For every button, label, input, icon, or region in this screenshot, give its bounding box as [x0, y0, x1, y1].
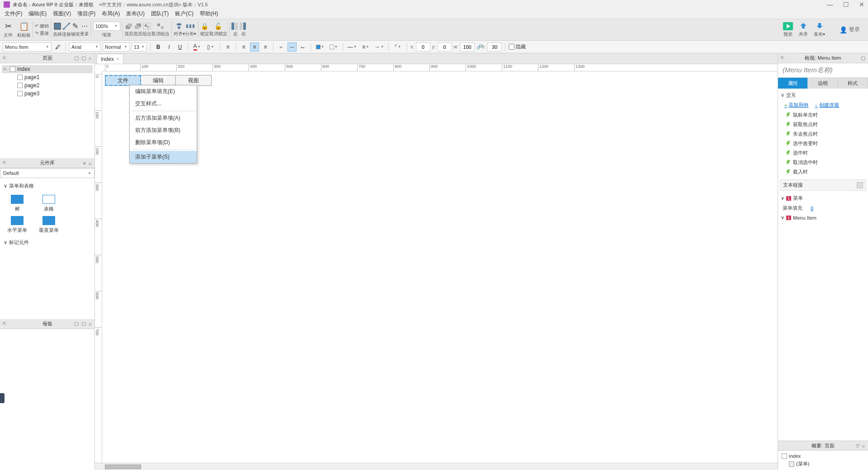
page-tree-item[interactable]: page2	[2, 81, 93, 89]
event-onfocus[interactable]: 获取焦点时	[780, 120, 866, 129]
pin-icon[interactable]: ⇱	[3, 321, 6, 326]
ctx-add-before[interactable]: 前方添加菜单项(B)	[130, 124, 197, 136]
ctx-delete-item[interactable]: 删除菜单项(D)	[130, 136, 197, 149]
outline-page[interactable]: index	[780, 452, 866, 460]
add-folder-icon[interactable]: ▢	[81, 55, 86, 61]
pin-icon[interactable]: ⇱	[3, 160, 6, 165]
menu-view[interactable]: 视图(V)	[50, 9, 74, 19]
add-case-link[interactable]: +添加用例	[784, 102, 808, 108]
text-color-button[interactable]: A▼	[191, 42, 203, 52]
search-icon[interactable]: ⌕	[862, 443, 865, 449]
ribbon-select-tool[interactable]: 选择	[53, 22, 62, 38]
underline-button[interactable]: U	[175, 42, 184, 52]
font-size-select[interactable]: 13▼	[132, 42, 147, 52]
event-onselectedchange[interactable]: 选中改变时	[780, 139, 866, 148]
menu-widget[interactable]: 文件 编辑 视图	[105, 75, 212, 86]
ribbon-ungroup[interactable]: 取消组合	[151, 23, 170, 37]
tab-style[interactable]: 样式	[838, 78, 868, 89]
search-icon[interactable]: ⌕	[89, 321, 92, 327]
line-width-button[interactable]: —▼	[346, 42, 358, 52]
widget-category[interactable]: ∨标记元件	[4, 237, 91, 248]
ribbon-align[interactable]: 对齐▾	[174, 23, 185, 37]
tab-notes[interactable]: 说明	[808, 78, 838, 89]
font-weight-select[interactable]: Normal▼	[103, 42, 130, 52]
search-icon[interactable]: ⌕	[89, 55, 92, 61]
menu-publish[interactable]: 发布(U)	[123, 9, 147, 19]
menu-section[interactable]: ∨1菜单	[780, 193, 866, 203]
widget-category[interactable]: ∨菜单和表格	[4, 181, 91, 191]
search-icon[interactable]: ⌕	[89, 160, 92, 166]
fill-color-button[interactable]: ▼	[314, 42, 326, 52]
corner-radius-button[interactable]: ⌜▼	[392, 42, 404, 52]
interaction-section[interactable]: ∨交互	[780, 90, 866, 100]
align-left-button[interactable]: ≡	[239, 42, 248, 52]
ribbon-lock[interactable]: 🔒锁定	[200, 23, 209, 37]
ctx-edit-fill[interactable]: 编辑菜单填充(E)	[130, 85, 197, 98]
event-onclick[interactable]: 鼠标单击时	[780, 110, 866, 120]
y-input[interactable]	[438, 42, 452, 52]
ribbon-unlock[interactable]: 🔓取消锁定	[209, 23, 227, 37]
ribbon-share[interactable]: 共享	[798, 22, 808, 38]
widget-name-field[interactable]: (Menu Item名称)	[778, 63, 868, 78]
ribbon-paste[interactable]: 📋粘贴板	[17, 21, 31, 38]
minimize-icon[interactable]: —	[827, 1, 833, 8]
text-link-row[interactable]: 文本链接	[780, 179, 866, 191]
event-onselected[interactable]: 选中时	[780, 148, 866, 158]
line-color-button[interactable]: ▼	[328, 42, 340, 52]
ctx-add-submenu[interactable]: 添加子菜单(S)	[130, 151, 197, 163]
page-tree-item[interactable]: ▿index	[2, 65, 93, 73]
menu-project[interactable]: 项目(P)	[75, 9, 98, 19]
menu-account[interactable]: 账户(C)	[172, 9, 196, 19]
ribbon-left[interactable]: 左	[231, 23, 240, 37]
login-button[interactable]: 👤登录	[840, 26, 860, 33]
page-tree-item[interactable]: page1	[2, 73, 93, 81]
bold-button[interactable]: B	[154, 42, 163, 52]
menu-help[interactable]: 帮助(H)	[197, 9, 221, 19]
event-onunselected[interactable]: 取消选中时	[780, 158, 866, 167]
menuitem-section[interactable]: ∨1Menu Item	[780, 213, 866, 222]
ribbon-preview[interactable]: 预览	[783, 22, 793, 38]
ctx-add-after[interactable]: 后方添加菜单项(A)	[130, 112, 197, 124]
h-input[interactable]	[487, 42, 502, 52]
pin-icon[interactable]: ⇱	[781, 56, 784, 61]
create-link-link[interactable]: ⟐创建连接	[815, 102, 839, 108]
shape-select[interactable]: Menu Item▼	[3, 42, 52, 52]
style-painter-icon[interactable]: 🖉	[53, 42, 62, 52]
close-tab-icon[interactable]: ×	[117, 56, 119, 61]
library-menu-icon[interactable]: ≡	[83, 160, 86, 166]
ribbon-undo-redo[interactable]: ↶ 撤销↷ 重做	[35, 23, 49, 37]
arrow-style-button[interactable]: →▼	[373, 42, 385, 52]
bullets-button[interactable]: ≡	[223, 42, 232, 52]
canvas[interactable]: 文件 编辑 视图 编辑菜单填充(E) 交互样式... 后方添加菜单项(A) 前方…	[102, 71, 778, 463]
close-icon[interactable]: ✕	[859, 1, 864, 8]
hidden-checkbox[interactable]: 隐藏	[509, 43, 526, 50]
menu-edit[interactable]: 编辑(E)	[26, 9, 49, 19]
ribbon-cut[interactable]: ✂文件	[4, 21, 13, 38]
widget-table[interactable]: 表格	[37, 195, 61, 212]
highlight-button[interactable]: ▯▼	[205, 42, 217, 52]
add-master-icon[interactable]: ▢	[74, 321, 79, 327]
italic-button[interactable]: I	[165, 42, 174, 52]
library-select[interactable]: Default▼	[0, 168, 94, 178]
align-center-button[interactable]: ≡	[250, 42, 259, 52]
widget-tree[interactable]: 树	[5, 195, 29, 212]
filter-icon[interactable]: ▽	[856, 443, 859, 449]
menu-file[interactable]: 文件(F)	[2, 9, 25, 19]
line-style-button[interactable]: ≡▼	[360, 42, 372, 52]
x-input[interactable]	[416, 42, 430, 52]
ribbon-publish[interactable]: 发布▾	[814, 22, 825, 38]
page-tree-item[interactable]: page3	[2, 89, 93, 98]
ctx-interaction-style[interactable]: 交互样式...	[130, 98, 197, 110]
document-tab[interactable]: index×	[97, 54, 123, 64]
ribbon-distribute[interactable]: 分布▾	[185, 23, 196, 37]
ribbon-front[interactable]: 顶层	[124, 23, 133, 37]
ribbon-right[interactable]: 右	[240, 23, 248, 37]
add-page-icon[interactable]: ▢	[74, 55, 79, 61]
menu-fill-value[interactable]: 0	[811, 206, 813, 211]
widget-vmenu[interactable]: 垂直菜单	[37, 216, 61, 234]
ribbon-pen-tool[interactable]: ✎钢笔	[71, 22, 80, 38]
inspector-icon[interactable]: ▢	[861, 55, 865, 61]
ribbon-back[interactable]: 底层	[133, 23, 142, 37]
menu-arrange[interactable]: 布局(A)	[99, 9, 123, 19]
w-input[interactable]	[460, 42, 475, 52]
